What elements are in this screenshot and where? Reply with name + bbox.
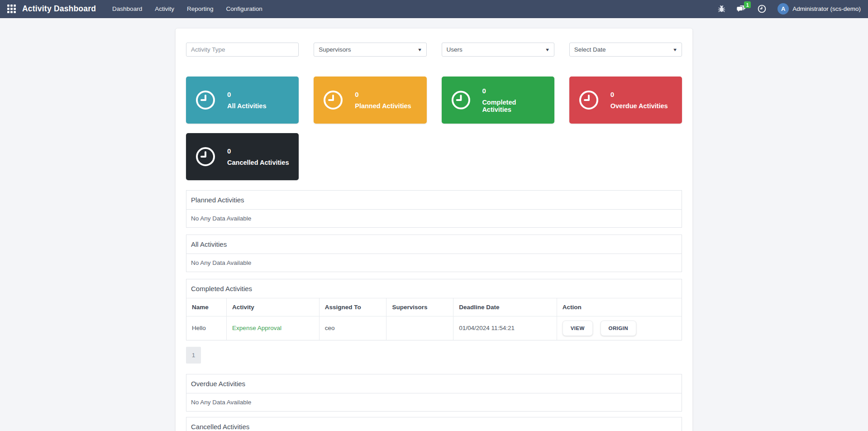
bug-report-icon[interactable]	[718, 5, 725, 13]
supervisors-select-value: Supervisors	[319, 46, 351, 53]
section-title: All Activities	[186, 235, 682, 254]
origin-button[interactable]: ORIGIN	[601, 321, 636, 336]
nav-item-reporting[interactable]: Reporting	[181, 0, 220, 18]
nav-item-dashboard[interactable]: Dashboard	[106, 0, 148, 18]
nav-right-icons: 1 A Administrator (scs-demo)	[718, 3, 863, 14]
stat-count: 0	[227, 91, 267, 98]
activity-type-input[interactable]	[186, 43, 299, 57]
cell-assigned-to: ceo	[319, 316, 386, 340]
pagination: 1	[186, 347, 682, 364]
stat-cards-row: 0 All Activities 0 Planned Activities 0 …	[186, 77, 682, 180]
stat-count: 0	[227, 147, 289, 155]
column-header-activity: Activity	[227, 298, 320, 316]
empty-state-text: No Any Data Available	[186, 254, 682, 272]
stat-card-all-activities: 0 All Activities	[186, 77, 299, 124]
page-title: Activity Dashboard	[22, 4, 96, 14]
activity-link[interactable]: Expense Approval	[232, 325, 281, 331]
cancelled-activities-section: Cancelled Activities	[186, 417, 682, 431]
cell-deadline-date: 01/04/2024 11:54:21	[453, 316, 557, 340]
notification-badge: 1	[744, 1, 751, 8]
supervisors-select[interactable]: Supervisors ▼	[314, 43, 426, 57]
cell-name: Hello	[186, 316, 227, 340]
overdue-activities-section: Overdue Activities No Any Data Available	[186, 374, 682, 412]
pagination-page-1[interactable]: 1	[186, 347, 201, 364]
bug-icon	[718, 5, 725, 13]
stat-label: Planned Activities	[355, 102, 411, 110]
users-select-value: Users	[447, 46, 463, 53]
date-select-value: Select Date	[574, 46, 606, 53]
clock-icon	[195, 90, 216, 110]
column-header-action: Action	[557, 298, 682, 316]
grid-icon	[7, 5, 16, 13]
cell-action: VIEW ORIGIN	[557, 316, 682, 340]
top-navbar: Activity Dashboard Dashboard Activity Re…	[0, 0, 868, 18]
stat-label: All Activities	[227, 102, 267, 110]
cell-activity: Expense Approval	[227, 316, 320, 340]
column-header-deadline-date: Deadline Date	[453, 298, 557, 316]
messages-icon-button[interactable]: 1	[736, 5, 746, 13]
stat-card-cancelled-activities: 0 Cancelled Activities	[186, 133, 299, 180]
user-menu[interactable]: A Administrator (scs-demo)	[777, 3, 861, 14]
stat-card-overdue-activities: 0 Overdue Activities	[569, 77, 682, 124]
dashboard-panel: Supervisors ▼ Users ▼ Select Date ▼ 0 Al…	[176, 29, 692, 431]
nav-item-activity[interactable]: Activity	[148, 0, 181, 18]
table-header-row: Name Activity Assigned To Supervisors De…	[186, 298, 682, 316]
column-header-supervisors: Supervisors	[386, 298, 453, 316]
users-select[interactable]: Users ▼	[442, 43, 554, 57]
empty-state-text: No Any Data Available	[186, 209, 682, 227]
clock-icon	[578, 90, 599, 110]
cell-supervisors	[386, 316, 453, 340]
table-row: Hello Expense Approval ceo 01/04/2024 11…	[186, 316, 682, 340]
app-grid-icon[interactable]	[7, 5, 16, 13]
stat-card-planned-activities: 0 Planned Activities	[314, 77, 426, 124]
date-select[interactable]: Select Date ▼	[569, 43, 682, 57]
clock-icon	[757, 4, 767, 14]
chevron-down-icon: ▼	[417, 48, 422, 52]
stat-count: 0	[355, 91, 411, 98]
stat-label: Cancelled Activities	[227, 159, 289, 166]
main-nav: Dashboard Activity Reporting Configurati…	[106, 0, 269, 18]
stat-count: 0	[482, 87, 545, 95]
section-title: Completed Activities	[186, 279, 682, 298]
column-header-name: Name	[186, 298, 227, 316]
nav-item-configuration[interactable]: Configuration	[219, 0, 268, 18]
section-title: Overdue Activities	[186, 374, 682, 393]
chevron-down-icon: ▼	[545, 48, 550, 52]
filters-row: Supervisors ▼ Users ▼ Select Date ▼	[186, 43, 682, 57]
empty-state-text: No Any Data Available	[186, 393, 682, 411]
avatar: A	[777, 3, 789, 14]
user-name: Administrator (scs-demo)	[792, 5, 861, 12]
planned-activities-section: Planned Activities No Any Data Available	[186, 190, 682, 228]
clock-icon	[323, 90, 343, 110]
stat-count: 0	[610, 91, 668, 98]
chevron-down-icon: ▼	[672, 48, 677, 52]
stat-label: Overdue Activities	[610, 102, 668, 110]
completed-activities-section: Completed Activities Name Activity Assig…	[186, 279, 682, 340]
stat-card-completed-activities: 0 Completed Activities	[442, 77, 554, 124]
view-button[interactable]: VIEW	[563, 321, 593, 336]
column-header-assigned-to: Assigned To	[319, 298, 386, 316]
clock-icon	[195, 146, 216, 167]
section-title: Cancelled Activities	[186, 417, 682, 431]
clock-icon	[451, 90, 471, 110]
completed-activities-table: Name Activity Assigned To Supervisors De…	[186, 298, 682, 340]
section-title: Planned Activities	[186, 191, 682, 209]
stat-label: Completed Activities	[482, 99, 545, 113]
history-icon-button[interactable]	[757, 4, 767, 14]
all-activities-section: All Activities No Any Data Available	[186, 235, 682, 272]
